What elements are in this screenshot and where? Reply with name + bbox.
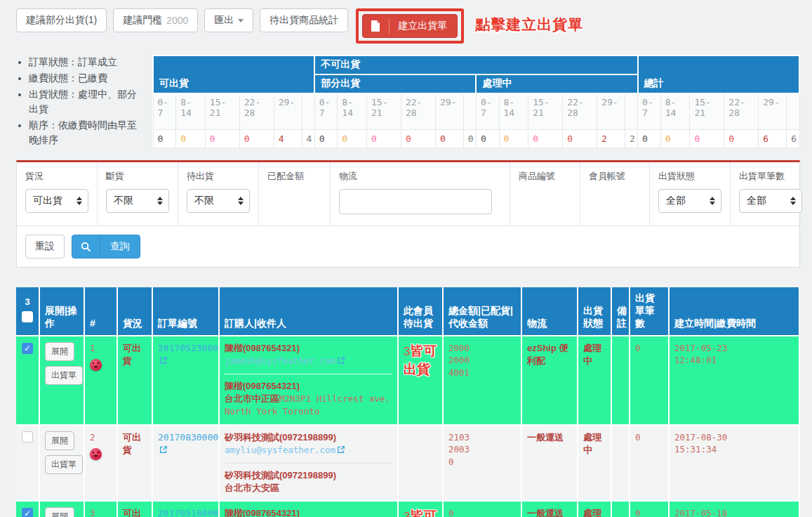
row-index: 1 (90, 343, 95, 353)
summary-group-unshippable: 不可出貨 (314, 55, 637, 74)
filter-field-8: 出貨單筆數全部 (731, 162, 811, 225)
buyer-email-link[interactable]: jamesh@sysfeather.com (225, 355, 335, 366)
order-row-2: ✓展開出貨單3110天前可出貨2017051800001陳楷(098765432… (16, 500, 800, 517)
external-link-icon[interactable] (337, 355, 345, 368)
orders-table: 3展開|操作#貨況訂單編號訂購人|收件人此會員待出貨總金額|已配貨|代收金額物流… (16, 287, 800, 517)
filter-select-0[interactable]: 可出貨 (25, 189, 88, 213)
orders-column-header: # (85, 287, 118, 335)
orders-column-header: 物流 (522, 287, 578, 335)
toolbar-button-1[interactable]: 建議門檻2000 (113, 8, 198, 32)
row-index: 2 (90, 432, 95, 443)
criteria-item: 訂單狀態：訂單成立 (29, 55, 144, 70)
order-number-link[interactable]: 2017051800001 (158, 508, 220, 517)
filter-panel: 貨況可出貨斷貨不限待出貨不限已配金額物流商品編號會員帳號出貨狀態全部出貨單筆數全… (16, 160, 800, 268)
toolbar-button-label: 建議部分出貨(1) (26, 14, 97, 27)
selected-count: 3 (21, 296, 34, 308)
summary-value: 0 (314, 130, 338, 148)
search-button-label: 查詢 (100, 235, 140, 258)
time-value: 12:48:01 (674, 354, 794, 367)
summary-group-total-value: 4 (302, 130, 314, 148)
summary-range-label: 15-21 (205, 93, 239, 130)
filter-field-label: 商品編號 (519, 170, 571, 183)
summary-group-total-value: 6 (787, 130, 799, 148)
row-checkbox[interactable] (22, 431, 33, 443)
external-link-icon[interactable] (337, 445, 345, 457)
search-button[interactable]: 查詢 (72, 235, 140, 258)
orders-column-header: 建立時間|繳費時間 (670, 287, 800, 335)
buyer-name: 矽羽科技測試(0972198899) (225, 432, 336, 443)
summary-value: 0 (153, 130, 176, 148)
reset-button[interactable]: 重設 (25, 235, 65, 258)
filter-select-2[interactable]: 不限 (187, 189, 250, 213)
file-icon (363, 18, 390, 34)
annotation-text: 點擊建立出貨單 (475, 15, 583, 34)
expand-button[interactable]: 展開 (45, 507, 74, 517)
order-number-link[interactable]: 2017052300002 (158, 343, 220, 353)
time-value: 15:31:34 (674, 443, 794, 456)
row-checkbox[interactable]: ✓ (22, 508, 33, 517)
external-link-icon[interactable] (159, 445, 168, 457)
select-all-checkbox[interactable] (22, 311, 33, 322)
logistics-value: 一般運送 (527, 508, 564, 517)
summary-range-label: 0-7 (476, 93, 499, 130)
summary-range-label: 15-21 (528, 93, 563, 130)
summary-group-total: 總計 (638, 55, 799, 93)
orders-header-row: 3展開|操作#貨況訂單編號訂購人|收件人此會員待出貨總金額|已配貨|代收金額物流… (16, 287, 800, 335)
summary-range-label: 8-14 (338, 93, 367, 130)
summary-value: 0 (338, 130, 367, 148)
toolbar-button-2[interactable]: 匯出 (204, 8, 253, 32)
select-all-header: 3 (16, 287, 40, 335)
orders-column-header: 訂購人|收件人 (220, 287, 399, 335)
buyer-name: 陳楷(0987654321) (225, 508, 300, 517)
summary-range-blank (463, 93, 476, 130)
expand-button[interactable]: 展開 (45, 431, 74, 450)
external-link-icon[interactable] (159, 355, 168, 368)
summary-range-label: 22-28 (239, 93, 274, 130)
filter-select-8[interactable]: 全部 (739, 189, 802, 213)
stock-status: 可出貨 (123, 508, 141, 517)
summary-value: 0 (367, 130, 401, 148)
filter-field-label: 已配金額 (267, 170, 321, 183)
toolbar-button-3[interactable]: 待出貨商品統計 (260, 8, 348, 32)
time-value: 2017-05-23 (674, 342, 794, 355)
filter-field-1: 斷貨不限 (98, 162, 178, 225)
filter-select-7[interactable]: 全部 (658, 189, 721, 213)
summary-value: 0 (476, 130, 499, 148)
logistics-value: 一般運送 (527, 432, 564, 443)
summary-range-label: 0-7 (153, 93, 176, 130)
buyer-name: 陳楷(0987654321) (225, 343, 300, 353)
logistics-value: ezShip 便利配 (527, 343, 568, 366)
summary-range-label: 8-14 (176, 93, 206, 130)
time-value: 2017-08-30 (674, 431, 794, 444)
order-number-link[interactable]: 2017083000003 (158, 432, 220, 443)
row-checkbox[interactable]: ✓ (22, 343, 33, 354)
criteria-list: 訂單狀態：訂單成立繳費狀態：已繳費出貨狀態：處理中、部分出貨順序：依繳費時間由早… (16, 55, 144, 149)
shipment-button[interactable]: 出貨單 (45, 366, 83, 385)
row-index: 3 (90, 508, 95, 517)
select-stepper-icon (76, 197, 82, 205)
amount-value: 2000 (448, 354, 516, 367)
create-shipment-label: 建立出貨單 (398, 20, 447, 32)
orders-column-header: 訂單編號 (153, 287, 220, 335)
shipment-button[interactable]: 出貨單 (45, 455, 83, 474)
create-shipment-button[interactable]: 建立出貨單 (362, 14, 458, 38)
buyer-email-link[interactable]: amyliu@sysfeather.com (225, 445, 335, 455)
summary-value: 0 (660, 130, 690, 148)
select-stepper-icon (157, 197, 163, 205)
orders-column-header: 出貨單筆數 (630, 287, 670, 335)
summary-value: 0 (435, 130, 463, 148)
filter-field-label: 出貨狀態 (658, 170, 721, 183)
filter-field-label: 物流 (339, 170, 501, 183)
filter-select-1[interactable]: 不限 (106, 189, 169, 213)
amount-value: 2003 (448, 443, 516, 456)
expand-button[interactable]: 展開 (45, 342, 74, 361)
recipient-address: 台北市大安區 (225, 483, 279, 493)
summary-range-label: 0-7 (314, 93, 338, 130)
shipment-count-value: 0 (635, 343, 641, 353)
summary-group-shippable: 可出貨 (153, 55, 314, 93)
summary-range-label: 22-28 (401, 93, 435, 130)
order-row-1: 展開出貨單2可出貨2017083000003矽羽科技測試(0972198899)… (16, 424, 800, 501)
toolbar-button-0[interactable]: 建議部分出貨(1) (16, 8, 107, 32)
summary-value: 0 (401, 130, 435, 148)
filter-input-4[interactable] (339, 189, 492, 214)
